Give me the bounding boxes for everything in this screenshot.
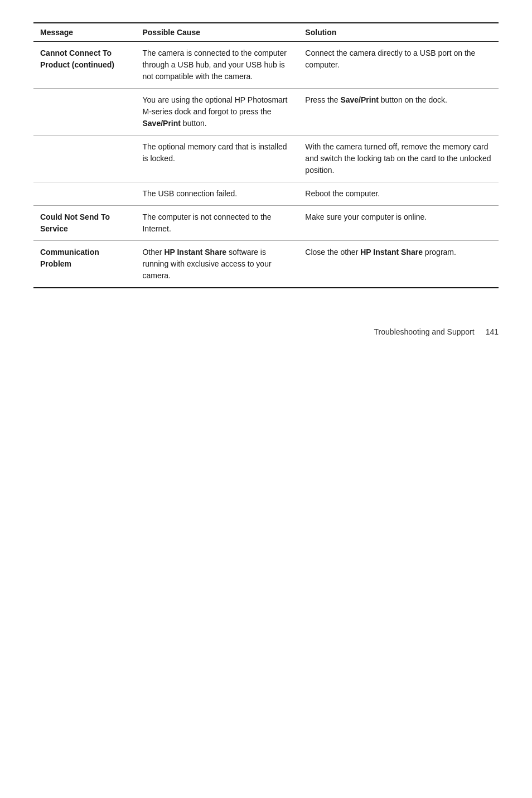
cell-solution-4: Reboot the computer. [298,182,499,206]
cell-cause-4: The USB connection failed. [136,182,298,206]
table-row: The optional memory card that is install… [33,136,499,182]
cell-cause-5: The computer is not connected to the Int… [136,206,298,241]
table-row: Cannot Connect To Product (continued) Th… [33,42,499,89]
cause-bold-2: Save/Print [142,119,180,128]
table-row: You are using the optional HP Photosmart… [33,89,499,136]
cell-message-1: Cannot Connect To Product (continued) [33,42,136,89]
header-solution: Solution [298,23,499,42]
header-cause: Possible Cause [136,23,298,42]
solution-text-1: Connect the camera directly to a USB por… [305,49,475,69]
cell-cause-1: The camera is connected to the computer … [136,42,298,89]
cell-message-5: Could Not Send To Service [33,206,136,241]
cell-message-3 [33,136,136,182]
message-text-6: Communication Problem [40,248,99,268]
troubleshooting-table: Message Possible Cause Solution Cannot C… [33,22,499,288]
header-message: Message [33,23,136,42]
cell-solution-2: Press the Save/Print button on the dock. [298,89,499,136]
cell-cause-3: The optional memory card that is install… [136,136,298,182]
page-footer: Troubleshooting and Support 141 [33,322,499,336]
message-text-1: Cannot Connect To Product (continued) [40,49,114,69]
cell-cause-2: You are using the optional HP Photosmart… [136,89,298,136]
solution-bold-6a: HP Instant Share [360,248,423,257]
cell-solution-6: Close the other HP Instant Share program… [298,241,499,288]
table-header-row: Message Possible Cause Solution [33,23,499,42]
table-row: Communication Problem Other HP Instant S… [33,241,499,288]
cell-message-4 [33,182,136,206]
cause-text-2a: You are using the optional HP Photosmart… [142,95,287,128]
cell-solution-3: With the camera turned off, remove the m… [298,136,499,182]
footer-page-number: 141 [486,327,499,336]
footer-label: Troubleshooting and Support [374,327,475,336]
cause-bold-6a: HP Instant Share [164,248,226,257]
solution-bold-2: Save/Print [340,95,378,104]
cause-text-1: The camera is connected to the computer … [142,49,286,81]
cell-message-6: Communication Problem [33,241,136,288]
table-row: Could Not Send To Service The computer i… [33,206,499,241]
solution-text-6: Close the other HP Instant Share program… [305,248,456,257]
page-content: Message Possible Cause Solution Cannot C… [33,22,499,336]
cell-solution-5: Make sure your computer is online. [298,206,499,241]
cell-message-2 [33,89,136,136]
table-row: The USB connection failed. Reboot the co… [33,182,499,206]
solution-text-2: Press the Save/Print button on the dock. [305,95,447,104]
cause-text-6: Other HP Instant Share software is runni… [142,248,271,280]
cell-cause-6: Other HP Instant Share software is runni… [136,241,298,288]
cell-solution-1: Connect the camera directly to a USB por… [298,42,499,89]
message-text-5: Could Not Send To Service [40,212,110,233]
